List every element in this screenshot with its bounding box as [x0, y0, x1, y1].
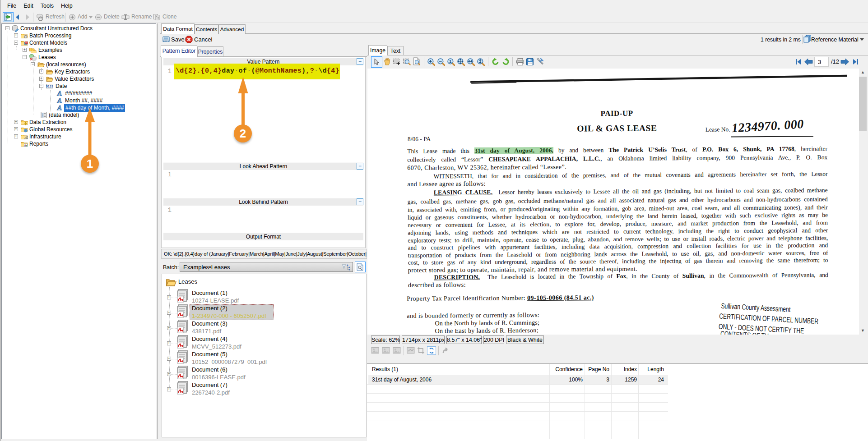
svg-text:1: 1 [449, 59, 451, 64]
